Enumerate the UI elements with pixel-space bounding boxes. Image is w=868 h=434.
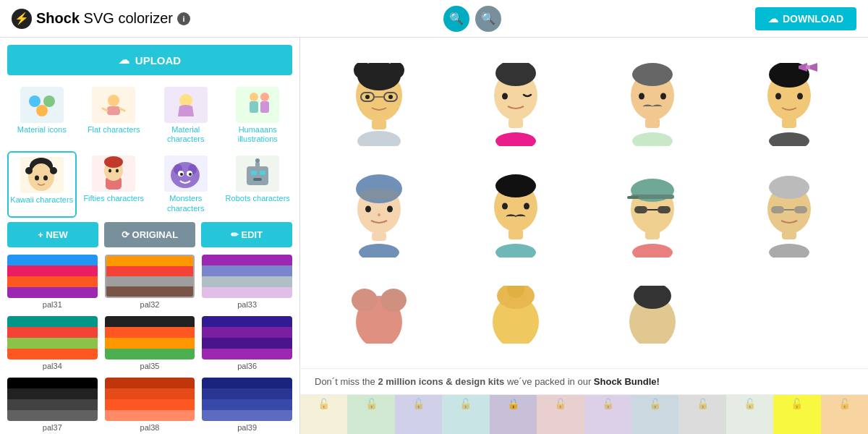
character-item[interactable] <box>724 52 854 156</box>
color-slot[interactable]: 🔓 <box>726 395 773 434</box>
palette-item[interactable]: pal36 <box>202 316 292 370</box>
sidebar: ☁ UPLOAD Material icons <box>0 38 300 434</box>
sidebar-item-material-characters[interactable]: Material characters <box>151 82 221 148</box>
svg-rect-97 <box>782 231 796 239</box>
svg-rect-90 <box>645 231 660 239</box>
color-slot[interactable]: 🔓 <box>773 395 820 434</box>
lock-icon: 🔓 <box>554 398 566 409</box>
info-icon[interactable]: i <box>177 12 190 25</box>
lock-icon: 🔓 <box>412 398 425 409</box>
svg-point-21 <box>104 156 123 168</box>
sidebar-item-robots[interactable]: Robots characters <box>224 151 293 217</box>
svg-point-10 <box>260 93 269 101</box>
svg-point-2 <box>36 105 48 116</box>
palette-item[interactable]: pal32 <box>105 255 195 309</box>
lock-icon: 🔓 <box>649 398 661 409</box>
svg-point-93 <box>769 176 809 199</box>
lock-icon: 🔓 <box>791 398 803 409</box>
sidebar-item-kawaii[interactable]: Kawaii characters <box>7 151 77 217</box>
svg-rect-32 <box>251 171 257 175</box>
color-slot[interactable]: 🔓 <box>584 395 631 434</box>
palette-item[interactable]: pal35 <box>105 316 195 370</box>
flat-thumb <box>92 87 135 123</box>
search-button-gray[interactable]: 🔍 <box>475 6 501 32</box>
upload-button[interactable]: ☁ UPLOAD <box>7 45 292 75</box>
download-button[interactable]: ☁ DOWNLOAD <box>755 7 856 30</box>
lock-icon: 🔓 <box>365 398 378 409</box>
svg-point-68 <box>769 132 809 146</box>
character-item[interactable] <box>315 52 444 156</box>
header-search-area: 🔍 🔍 <box>443 6 501 32</box>
svg-rect-33 <box>260 171 265 175</box>
monsters-thumb <box>164 156 208 192</box>
palette-item[interactable]: pal37 <box>7 378 98 432</box>
svg-rect-75 <box>372 232 386 241</box>
palette-item[interactable]: pal33 <box>202 255 292 309</box>
color-slot[interactable]: 🔓 <box>678 395 726 434</box>
material-characters-label: Material characters <box>153 125 219 144</box>
svg-rect-86 <box>627 196 639 199</box>
header: ⚡ Shock SVG colorizer i 🔍 🔍 ☁ DOWNLOAD <box>0 0 868 38</box>
character-item[interactable] <box>588 52 718 156</box>
color-slot[interactable]: 🔒 <box>490 395 537 434</box>
svg-point-80 <box>524 203 529 209</box>
svg-rect-52 <box>509 118 523 128</box>
svg-point-22 <box>109 169 111 173</box>
svg-point-8 <box>250 93 258 101</box>
palette-section: + NEW ⟳ ORIGINAL ✏ EDIT pal31pal32pal33p… <box>0 222 299 434</box>
color-slot[interactable]: 🔓 <box>537 395 584 434</box>
character-item[interactable] <box>315 163 444 268</box>
palette-item[interactable]: pal34 <box>7 316 98 370</box>
sidebar-item-humaans[interactable]: Humaaans illustrations <box>224 82 293 148</box>
svg-point-66 <box>797 93 803 99</box>
color-slot[interactable]: 🔓 <box>442 395 489 434</box>
humaans-label: Humaaans illustrations <box>225 125 292 144</box>
character-item[interactable] <box>451 52 581 156</box>
sidebar-item-flat-characters[interactable]: Flat characters <box>80 82 149 148</box>
color-slot[interactable]: 🔓 <box>631 395 678 434</box>
svg-rect-67 <box>782 118 796 128</box>
svg-point-65 <box>775 93 781 99</box>
svg-rect-95 <box>794 206 807 213</box>
brand-shock: Shock <box>36 10 80 26</box>
palette-label: pal37 <box>43 423 62 432</box>
color-slot[interactable]: 🔓 <box>347 395 394 434</box>
new-palette-button[interactable]: + NEW <box>7 222 98 247</box>
svg-point-3 <box>108 95 119 106</box>
lock-icon: 🔓 <box>697 398 709 409</box>
svg-rect-11 <box>260 101 269 113</box>
svg-point-55 <box>632 63 673 86</box>
character-item[interactable] <box>588 275 718 354</box>
sidebar-item-material-icons[interactable]: Material icons <box>7 82 77 148</box>
svg-point-100 <box>352 289 378 312</box>
palette-label: pal35 <box>140 362 160 370</box>
character-item[interactable] <box>451 275 581 354</box>
sidebar-item-monsters[interactable]: Monsters characters <box>151 151 221 217</box>
svg-rect-58 <box>645 118 660 128</box>
svg-point-73 <box>387 205 393 212</box>
original-palette-button[interactable]: ⟳ ORIGINAL <box>104 222 195 247</box>
sidebar-item-fifties[interactable]: Fifties characters <box>80 151 149 217</box>
character-item[interactable] <box>588 163 718 268</box>
lock-icon: 🔓 <box>838 398 851 409</box>
svg-point-64 <box>806 65 810 69</box>
color-slot[interactable]: 🔓 <box>821 395 868 434</box>
search-button-teal[interactable]: 🔍 <box>443 6 469 32</box>
palette-item[interactable]: pal31 <box>7 255 98 309</box>
character-item[interactable] <box>315 275 444 354</box>
svg-point-101 <box>380 289 407 312</box>
color-slot[interactable]: 🔓 <box>395 395 442 434</box>
character-item[interactable] <box>724 163 854 268</box>
svg-rect-87 <box>634 206 647 213</box>
promo-bar: Don´t miss the 2 million icons & design … <box>300 368 868 394</box>
palette-label: pal31 <box>43 300 62 309</box>
bolt-icon: ⚡ <box>12 9 32 29</box>
content-area: Don´t miss the 2 million icons & design … <box>300 38 868 434</box>
edit-palette-button[interactable]: ✏ EDIT <box>201 222 292 247</box>
brand-rest: SVG colorizer <box>84 10 173 26</box>
palette-item[interactable]: pal38 <box>105 378 195 432</box>
character-item[interactable] <box>451 163 581 268</box>
svg-point-46 <box>388 95 393 99</box>
color-slot[interactable]: 🔓 <box>300 395 347 434</box>
palette-item[interactable]: pal39 <box>202 378 292 432</box>
